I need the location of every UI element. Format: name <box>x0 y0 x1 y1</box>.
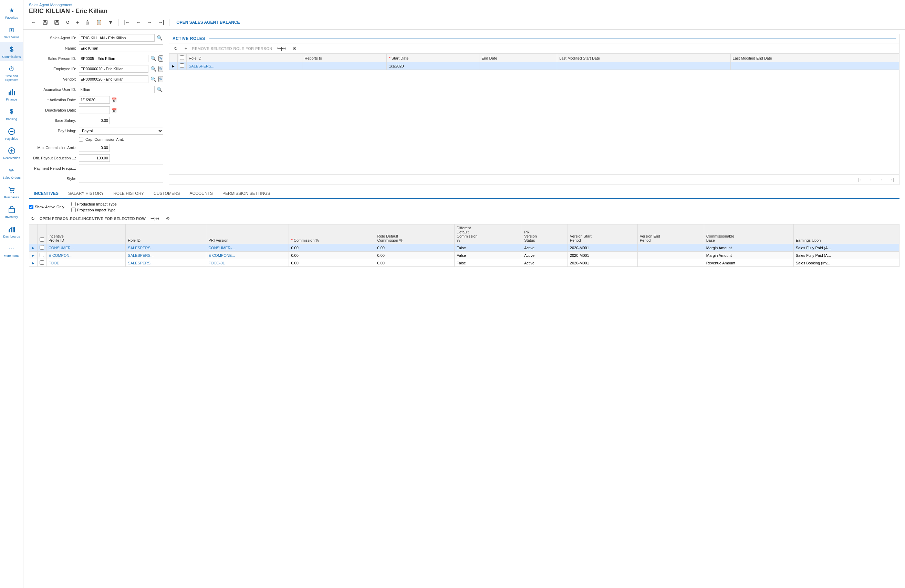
tab-permission-settings[interactable]: PERMISSION SETTINGS <box>218 189 275 199</box>
sidebar-item-finance[interactable]: Finance <box>0 85 23 104</box>
tab-incentives[interactable]: INCENTIVES <box>29 189 64 199</box>
inc-col-commission-pct[interactable]: * Commission % <box>289 225 375 244</box>
incentives-export-button[interactable]: ⊗ <box>164 215 172 222</box>
inc-row-checkbox-0[interactable] <box>40 245 44 250</box>
roles-next-page-button[interactable]: → <box>877 176 885 183</box>
roles-add-button[interactable]: + <box>183 45 189 52</box>
back-button[interactable]: ← <box>29 18 38 27</box>
inc-col-version-start-period[interactable]: Version StartPeriod <box>567 225 637 244</box>
first-button[interactable]: |← <box>121 18 132 27</box>
acumatica-user-id-input[interactable] <box>79 86 155 93</box>
inc-col-earnings-upon[interactable]: Earnings Upon <box>794 225 899 244</box>
inc-role-id-link-1[interactable]: SALESPERS... <box>128 254 154 257</box>
inc-role-id-link-2[interactable]: SALESPERS... <box>128 261 154 265</box>
vendor-input[interactable] <box>79 75 148 83</box>
inc-col-different-default-comm[interactable]: DifferentDefaultCommission% <box>454 225 522 244</box>
incentives-fit-button[interactable]: ↦|↤ <box>148 215 161 222</box>
inc-select-all-checkbox[interactable] <box>40 237 44 242</box>
show-active-only-checkbox[interactable] <box>29 205 33 209</box>
inc-row-checkbox-2[interactable] <box>40 260 44 265</box>
activation-date-input[interactable] <box>79 96 110 104</box>
roles-prev-page-button[interactable]: ← <box>867 176 875 183</box>
roles-last-page-button[interactable]: →| <box>887 176 896 183</box>
tab-role-history[interactable]: ROLE HISTORY <box>108 189 149 199</box>
inc-pri-version-link-2[interactable]: FOOD-01 <box>208 261 225 265</box>
sidebar-item-more-items[interactable]: ⋯ More Items <box>0 241 23 261</box>
role-id-link[interactable]: SALESPERS... <box>189 64 214 68</box>
inc-col-incentive-profile-id[interactable]: IncentiveProfile ID <box>46 225 125 244</box>
sales-agent-id-search-button[interactable]: 🔍 <box>156 35 163 41</box>
row-expand-cell[interactable]: ► <box>170 62 178 70</box>
inc-incentive-profile-link-0[interactable]: CONSUMER... <box>49 246 74 250</box>
roles-refresh-button[interactable]: ↻ <box>172 45 180 52</box>
roles-fit-button[interactable]: ↦|↤ <box>275 45 288 52</box>
employee-id-edit-button[interactable]: ✎ <box>159 66 163 72</box>
tab-customers[interactable]: CUSTOMERS <box>149 189 184 199</box>
cap-commission-checkbox[interactable] <box>79 137 83 141</box>
sidebar-item-payables[interactable]: Payables <box>0 124 23 144</box>
table-row[interactable]: ► FOOD SALESPERS... FOOD-01 0.00 0.00 Fa… <box>29 259 900 267</box>
inc-pri-version-link-0[interactable]: CONSUMER-... <box>208 246 235 250</box>
inc-col-commissionable-base[interactable]: CommissionableBase <box>704 225 794 244</box>
inc-row-expand-0[interactable]: ► <box>29 244 38 252</box>
production-impact-checkbox[interactable] <box>71 202 76 206</box>
copy-dropdown-button[interactable]: ▼ <box>106 18 115 27</box>
roles-col-last-mod-start[interactable]: Last Modified Start Date <box>557 54 730 62</box>
max-commission-input[interactable] <box>79 144 110 152</box>
save2-button[interactable] <box>52 18 62 27</box>
activation-date-calendar-button[interactable]: 📅 <box>111 97 117 103</box>
projection-impact-checkbox[interactable] <box>71 208 76 212</box>
dflt-payout-input[interactable] <box>79 154 110 162</box>
roles-col-role-id[interactable]: Role ID <box>186 54 302 62</box>
sidebar-item-data-views[interactable]: ⊞ Data Views <box>0 22 23 42</box>
pay-using-select[interactable]: Payroll <box>79 127 163 135</box>
payment-period-input[interactable] <box>79 165 163 172</box>
roles-export-button[interactable]: ⊗ <box>291 45 298 52</box>
sales-person-id-edit-button[interactable]: ✎ <box>159 55 163 62</box>
undo-button[interactable]: ↺ <box>64 18 72 27</box>
inc-pri-version-link-1[interactable]: E-COMPONE... <box>208 254 235 257</box>
roles-col-end-date[interactable]: End Date <box>479 54 557 62</box>
last-button[interactable]: →| <box>156 18 167 27</box>
inc-incentive-profile-link-1[interactable]: E-COMPON... <box>49 254 73 257</box>
vendor-search-button[interactable]: 🔍 <box>150 76 157 82</box>
roles-col-last-mod-end[interactable]: Last Modified End Date <box>730 54 899 62</box>
sidebar-item-inventory[interactable]: Inventory <box>0 202 23 222</box>
inc-role-id-link-0[interactable]: SALESPERS... <box>128 246 154 250</box>
save-button[interactable] <box>40 18 50 27</box>
name-input[interactable] <box>79 44 163 52</box>
inc-col-role-id[interactable]: Role ID <box>126 225 206 244</box>
inc-col-pri-version-status[interactable]: PRIVersionStatus <box>522 225 568 244</box>
next-button[interactable]: → <box>144 18 154 27</box>
sales-agent-id-input[interactable] <box>79 34 155 42</box>
delete-button[interactable]: 🗑 <box>83 18 92 27</box>
sidebar-item-dashboards[interactable]: Dashboards <box>0 222 23 241</box>
sales-person-id-input[interactable] <box>79 55 148 62</box>
table-row[interactable]: ► SALESPERS... 1/1/2020 <box>170 62 899 70</box>
tab-salary-history[interactable]: SALARY HISTORY <box>64 189 108 199</box>
deactivation-date-input[interactable] <box>79 106 110 114</box>
copy-button[interactable]: 📋 <box>94 18 104 27</box>
deactivation-date-calendar-button[interactable]: 📅 <box>111 108 117 113</box>
employee-id-input[interactable] <box>79 65 148 73</box>
row-checkbox[interactable] <box>180 63 184 68</box>
inc-incentive-profile-link-2[interactable]: FOOD <box>49 261 60 265</box>
inc-col-role-default-comm[interactable]: Role DefaultCommission % <box>375 225 454 244</box>
sidebar-item-commissions[interactable]: $ Commissions <box>0 42 23 62</box>
roles-select-all-checkbox[interactable] <box>180 55 184 60</box>
sidebar-item-receivables[interactable]: Receivables <box>0 143 23 163</box>
sidebar-item-time-expenses[interactable]: ⏱ Time and Expenses <box>0 61 23 85</box>
inc-row-expand-1[interactable]: ► <box>29 252 38 259</box>
table-row[interactable]: ► CONSUMER... SALESPERS... CONSUMER-... … <box>29 244 900 252</box>
roles-table-scroll[interactable]: Role ID Reports to * Start Date End Date… <box>169 54 899 174</box>
employee-id-search-button[interactable]: 🔍 <box>150 66 157 71</box>
style-input[interactable] <box>79 175 163 182</box>
sidebar-item-favorites[interactable]: ★ Favorites <box>0 3 23 22</box>
roles-first-page-button[interactable]: |← <box>856 176 865 183</box>
inc-row-expand-2[interactable]: ► <box>29 259 38 267</box>
table-row[interactable]: ► E-COMPON... SALESPERS... E-COMPONE... … <box>29 252 900 259</box>
sales-person-id-search-button[interactable]: 🔍 <box>150 56 157 61</box>
acumatica-user-id-search-button[interactable]: 🔍 <box>156 87 163 92</box>
sidebar-item-banking[interactable]: $ Banking <box>0 104 23 124</box>
add-button[interactable]: + <box>74 18 81 27</box>
